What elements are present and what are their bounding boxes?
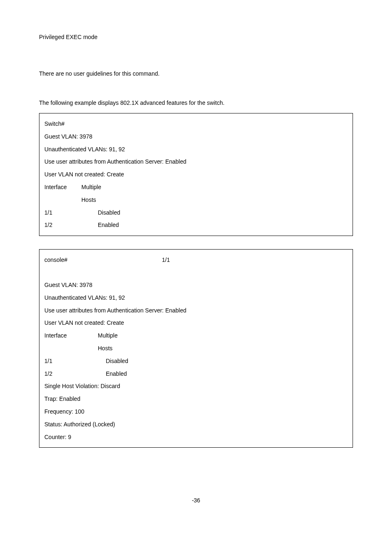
output-line: Trap: Enabled [44, 393, 348, 405]
output-row: 1/2Enabled [44, 219, 348, 231]
cell-value: Enabled [98, 222, 119, 228]
output-header: Hosts [44, 342, 348, 355]
cell-iface: 1/2 [44, 368, 98, 380]
col-interface: Interface [44, 181, 81, 194]
command-mode: Privileged EXEC mode [39, 33, 353, 42]
cell-iface: 1/1 [44, 355, 98, 368]
output-line: Guest VLAN: 3978 [44, 279, 348, 291]
output-line: Counter: 9 [44, 431, 348, 444]
cell-value: Disabled [98, 209, 120, 216]
user-guidelines-text: There are no user guidelines for this co… [39, 69, 353, 78]
output-line: Guest VLAN: 3978 [44, 130, 348, 143]
cell-value: Disabled [106, 358, 128, 364]
output-line: Use user attributes from Authentication … [44, 155, 348, 168]
col-hosts: Hosts [98, 345, 113, 352]
output-line: Status: Authorized (Locked) [44, 418, 348, 431]
example-intro: The following example displays 802.1X ad… [39, 99, 353, 107]
prompt-line: console#1/1 [44, 254, 348, 266]
output-header: InterfaceMultiple [44, 181, 348, 194]
example-output-box-1: Switch# Guest VLAN: 3978 Unauthenticated… [39, 113, 353, 236]
output-line: User VLAN not created: Create [44, 317, 348, 329]
output-line: Use user attributes from Authentication … [44, 304, 348, 317]
page-number: -36 [39, 497, 353, 504]
output-row: 1/2 Enabled [44, 368, 348, 380]
output-line: Unauthenticated VLANs: 91, 92 [44, 143, 348, 156]
prompt-arg: 1/1 [162, 257, 170, 263]
col-interface: Interface [44, 329, 98, 342]
example-output-box-2: console#1/1 Guest VLAN: 3978 Unauthentic… [39, 249, 353, 448]
output-line: User VLAN not created: Create [44, 168, 348, 181]
output-header: InterfaceMultiple [44, 329, 348, 342]
cell-value: Enabled [106, 370, 127, 377]
col-hosts: Hosts [81, 197, 96, 203]
output-row: 1/1Disabled [44, 206, 348, 219]
output-line: Frequency: 100 [44, 405, 348, 418]
prompt-line: Switch# [44, 118, 348, 130]
col-multiple: Multiple [81, 184, 101, 190]
prompt: console# [44, 257, 67, 263]
output-line: Single Host Violation: Discard [44, 380, 348, 393]
col-multiple: Multiple [98, 332, 118, 339]
output-header: Hosts [44, 194, 348, 206]
output-line: Unauthenticated VLANs: 91, 92 [44, 291, 348, 304]
cell-iface: 1/2 [44, 219, 98, 231]
output-row: 1/1 Disabled [44, 355, 348, 368]
cell-iface: 1/1 [44, 206, 98, 219]
